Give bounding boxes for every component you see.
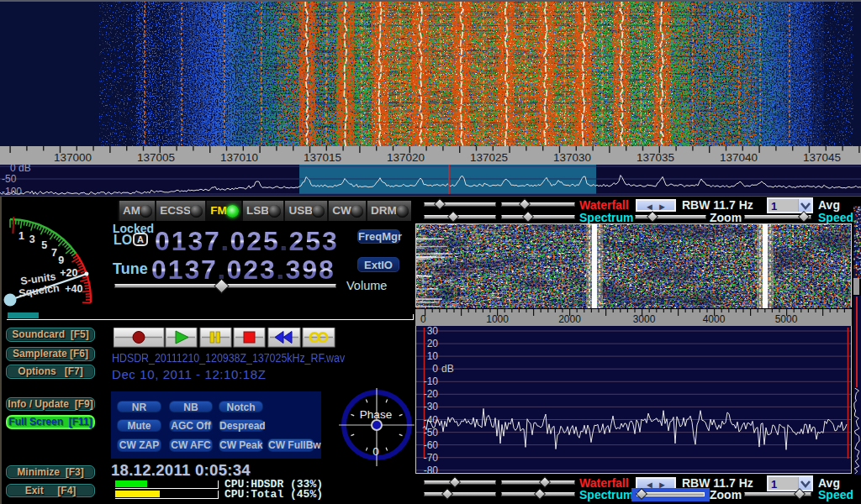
svg-text:+40: +40 [65, 283, 82, 295]
svg-text:0: 0 [420, 313, 426, 325]
svg-text:20: 20 [427, 338, 439, 349]
svg-text:1000: 1000 [486, 313, 509, 325]
svg-text:1: 1 [18, 230, 24, 242]
svg-text:0: 0 [372, 445, 379, 458]
svg-text:5: 5 [41, 239, 47, 251]
svg-text:9: 9 [58, 255, 64, 266]
svg-text:dB: dB [441, 363, 454, 375]
svg-text:Phase: Phase [360, 408, 392, 421]
svg-text:-30: -30 [424, 401, 439, 412]
svg-text:30: 30 [427, 326, 439, 337]
svg-text:4000: 4000 [703, 313, 726, 325]
svg-text:3: 3 [29, 234, 35, 245]
svg-text:2000: 2000 [558, 313, 581, 325]
svg-text:-10: -10 [424, 375, 439, 387]
svg-text:0: 0 [432, 363, 438, 375]
svg-text:3000: 3000 [633, 313, 656, 325]
svg-text:-100: -100 [2, 186, 22, 196]
svg-text:-80: -80 [424, 465, 439, 473]
svg-text:10: 10 [427, 350, 439, 362]
svg-text:137025: 137025 [470, 151, 508, 164]
svg-text:137040: 137040 [720, 151, 758, 164]
svg-text:7: 7 [51, 247, 57, 259]
svg-text:137020: 137020 [387, 151, 425, 164]
svg-text:137035: 137035 [637, 151, 674, 164]
svg-text:137045: 137045 [803, 151, 841, 164]
svg-text:137030: 137030 [553, 151, 591, 164]
svg-text:-20: -20 [424, 388, 439, 400]
svg-text:137010: 137010 [220, 151, 258, 164]
svg-text:+20: +20 [60, 267, 77, 279]
svg-text:-70: -70 [424, 452, 439, 464]
svg-text:137015: 137015 [304, 151, 341, 164]
svg-text:5000: 5000 [775, 313, 798, 325]
svg-text:137000: 137000 [54, 151, 92, 164]
svg-text:137005: 137005 [137, 151, 175, 164]
svg-text:-60: -60 [424, 439, 439, 451]
svg-text:-50: -50 [2, 173, 17, 185]
